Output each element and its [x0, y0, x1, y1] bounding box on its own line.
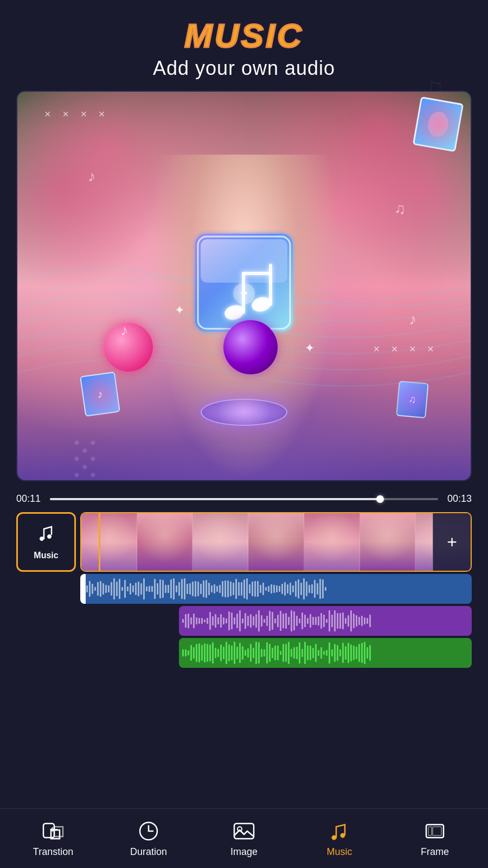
duration-icon	[137, 819, 160, 843]
progress-thumb[interactable]	[376, 495, 384, 503]
pink-ball-right	[223, 320, 278, 374]
svg-rect-17	[242, 272, 272, 275]
track-handle[interactable]	[80, 574, 86, 604]
small-note-3: ♪	[409, 311, 416, 328]
sparkle-1: ✦	[175, 303, 184, 317]
svg-rect-16	[269, 264, 272, 306]
svg-point-6	[82, 449, 87, 453]
svg-rect-22	[234, 824, 254, 839]
music-track-button[interactable]: Music	[16, 512, 76, 572]
music-nav-icon	[328, 819, 351, 843]
timeline-section: 00:11 00:13 Music	[0, 487, 488, 668]
green-audio-track[interactable]	[179, 638, 472, 668]
purple-waveform-bars	[179, 606, 472, 636]
nav-item-frame[interactable]: Frame	[408, 819, 462, 858]
film-frame-5	[304, 513, 360, 571]
time-start: 00:11	[16, 493, 43, 505]
svg-point-2	[74, 473, 79, 477]
svg-point-5	[91, 473, 95, 477]
photo-card-overlay	[413, 97, 464, 152]
audio-tracks	[16, 574, 472, 668]
progress-bar-container: 00:11 00:13	[16, 487, 472, 509]
video-preview: × × × × × × × × ♪ ♫ ♪ ♪ ✦ ✦	[16, 91, 472, 481]
film-frame-2	[137, 513, 193, 571]
app-subtitle: Add your own audio	[11, 57, 477, 80]
blue-audio-track[interactable]	[80, 574, 472, 604]
film-frame-6	[360, 513, 416, 571]
nav-item-music[interactable]: Music	[312, 819, 367, 858]
green-waveform-bars	[179, 638, 472, 668]
film-frame-1	[81, 513, 137, 571]
time-end: 00:13	[445, 493, 472, 505]
nav-label-duration: Duration	[130, 846, 167, 858]
transition-icon	[41, 819, 65, 843]
nav-item-duration[interactable]: Duration	[121, 819, 176, 858]
image-icon	[232, 819, 256, 843]
svg-point-7	[82, 465, 87, 469]
small-card-left: ♪	[80, 372, 120, 417]
purple-audio-track[interactable]	[179, 606, 472, 636]
svg-point-9	[426, 110, 450, 138]
x-marks-bottom: × × × ×	[374, 343, 438, 355]
svg-point-0	[74, 441, 79, 445]
svg-rect-8	[414, 99, 461, 150]
svg-point-1	[74, 457, 79, 461]
nav-label-transition: Transtion	[33, 846, 73, 858]
add-clip-button[interactable]: +	[433, 513, 471, 571]
svg-rect-26	[433, 827, 441, 835]
music-button-label: Music	[34, 551, 58, 560]
header: MUSIC Add your own audio	[0, 0, 488, 85]
music-note-icon	[36, 524, 56, 547]
nav-label-frame: Frame	[421, 846, 449, 858]
small-note-1: ♪	[88, 168, 95, 185]
disc-bottom	[201, 399, 287, 426]
nav-label-music: Music	[326, 846, 352, 858]
film-frame-3	[192, 513, 248, 571]
pink-ball-left	[104, 323, 153, 372]
progress-track[interactable]	[50, 498, 438, 500]
small-note-2: ♫	[394, 200, 406, 218]
app-title: MUSIC	[11, 16, 477, 55]
nav-item-transition[interactable]: Transtion	[26, 819, 80, 858]
nav-item-image[interactable]: Image	[217, 819, 271, 858]
svg-text:✦: ✦	[239, 286, 249, 301]
svg-point-3	[91, 441, 95, 445]
small-card-right: ♫	[396, 381, 428, 419]
svg-point-4	[91, 457, 95, 461]
blue-waveform-bars	[80, 574, 472, 604]
clip-tracks: Music +	[16, 512, 472, 572]
sparkle-2: ✦	[305, 341, 314, 355]
frame-icon	[423, 819, 447, 843]
filmstrip-frames	[81, 513, 471, 571]
progress-fill	[50, 498, 380, 500]
filmstrip[interactable]: +	[80, 512, 472, 572]
svg-rect-25	[428, 827, 432, 835]
film-frame-4	[248, 513, 304, 571]
nav-label-image: Image	[230, 846, 258, 858]
x-marks-top: × × × ×	[44, 108, 109, 120]
bottom-nav: Transtion Duration Image	[0, 808, 488, 868]
small-note-4: ♪	[120, 322, 128, 339]
